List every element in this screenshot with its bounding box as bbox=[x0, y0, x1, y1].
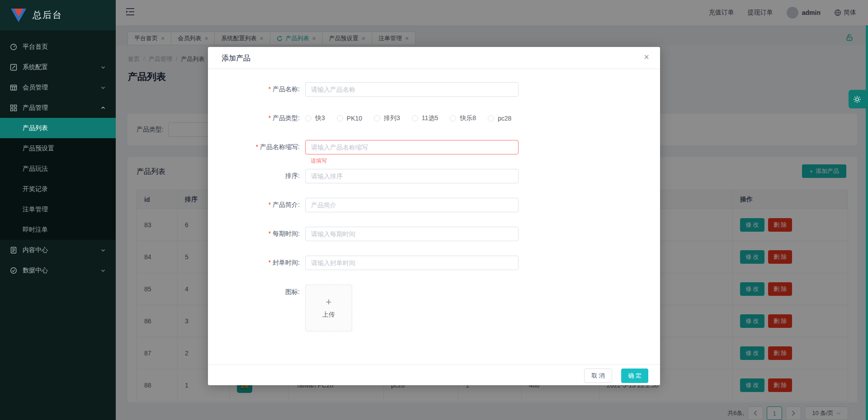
seal-time-input[interactable] bbox=[305, 256, 519, 270]
sidebar-subitem-label: 注单管理 bbox=[23, 205, 48, 214]
required-asterisk: * bbox=[269, 85, 271, 93]
sidebar-item-system-config[interactable]: 系统配置 bbox=[0, 57, 116, 77]
sidebar-subitem-product-list[interactable]: 产品列表 bbox=[0, 118, 116, 138]
field-label: 封单时间: bbox=[273, 259, 300, 266]
radio-circle bbox=[374, 115, 380, 121]
form-row-product-type: *产品类型: 快3 PK10 排列3 11选5 快乐8 pc28 bbox=[208, 111, 660, 126]
modal-header: 添加产品 × bbox=[208, 47, 660, 69]
sidebar-item-data-center[interactable]: 数据中心 bbox=[0, 260, 116, 280]
sidebar-item-products[interactable]: 产品管理 bbox=[0, 98, 116, 118]
products-submenu: 产品列表 产品预设置 产品玩法 开奖记录 注单管理 即时注单 bbox=[0, 118, 116, 240]
sidebar-item-members[interactable]: 会员管理 bbox=[0, 77, 116, 98]
product-name-input[interactable] bbox=[305, 82, 519, 97]
settings-drawer-edge bbox=[866, 25, 868, 420]
sidebar-subitem-realtime-bets[interactable]: 即时注单 bbox=[0, 219, 116, 240]
sidebar-subitem-label: 开奖记录 bbox=[23, 185, 48, 193]
sidebar-item-label: 会员管理 bbox=[23, 84, 100, 92]
radio-circle bbox=[305, 115, 311, 121]
confirm-button[interactable]: 确 定 bbox=[621, 369, 648, 383]
sidebar-subitem-product-play[interactable]: 产品玩法 bbox=[0, 159, 116, 179]
sidebar-subitem-label: 产品玩法 bbox=[23, 165, 48, 173]
chevron-down-icon bbox=[100, 85, 106, 90]
modal-footer: 取 消 确 定 bbox=[208, 364, 660, 385]
gauge-icon bbox=[10, 43, 17, 51]
radio-11xuan5[interactable]: 11选5 bbox=[412, 114, 438, 122]
sidebar-subitem-product-preset[interactable]: 产品预设置 bbox=[0, 138, 116, 159]
modal-title: 添加产品 bbox=[222, 54, 250, 63]
product-abbr-input[interactable] bbox=[305, 140, 519, 154]
radio-kuaile8[interactable]: 快乐8 bbox=[450, 114, 476, 122]
sidebar-item-content-center[interactable]: 内容中心 bbox=[0, 240, 116, 260]
validation-error: 请填写 bbox=[311, 157, 327, 165]
gear-icon bbox=[853, 95, 862, 104]
plus-icon: + bbox=[326, 297, 332, 307]
radio-pc28[interactable]: pc28 bbox=[488, 115, 511, 122]
form-row-product-intro: *产品简介: bbox=[208, 198, 660, 212]
sort-input[interactable] bbox=[305, 169, 519, 183]
edit-icon bbox=[10, 64, 17, 71]
sidebar-subitem-label: 产品预设置 bbox=[23, 145, 54, 153]
table-icon bbox=[10, 84, 17, 91]
form-row-seal-time: *封单时间: bbox=[208, 256, 660, 270]
field-label: 产品名称: bbox=[273, 85, 300, 93]
period-time-input[interactable] bbox=[305, 227, 519, 241]
sidebar-subitem-bet-management[interactable]: 注单管理 bbox=[0, 199, 116, 219]
upload-label: 上传 bbox=[322, 311, 335, 319]
required-asterisk: * bbox=[269, 230, 271, 237]
form-row-sort: 排序: bbox=[208, 169, 660, 183]
radio-pk10[interactable]: PK10 bbox=[337, 115, 362, 122]
sidebar-item-dashboard[interactable]: 平台首页 bbox=[0, 37, 116, 57]
sidebar-item-label: 系统配置 bbox=[23, 63, 100, 71]
radio-pailie3[interactable]: 排列3 bbox=[374, 114, 400, 122]
field-label: 排序: bbox=[285, 172, 300, 179]
required-asterisk: * bbox=[269, 259, 271, 266]
page: 总后台 平台首页 系统配置 会员管理 bbox=[0, 0, 868, 420]
settings-gear-button[interactable] bbox=[849, 90, 866, 108]
field-label: 产品类型: bbox=[273, 114, 300, 121]
modal-body: *产品名称: *产品类型: 快3 PK10 排列3 11选5 快乐8 pc28 … bbox=[208, 69, 660, 331]
field-label: 每期时间: bbox=[273, 230, 300, 237]
form-row-period-time: *每期时间: bbox=[208, 227, 660, 241]
radio-circle bbox=[412, 115, 418, 121]
sidebar-menu: 平台首页 系统配置 会员管理 产品管理 bbox=[0, 30, 116, 280]
sidebar-item-label: 数据中心 bbox=[23, 266, 100, 275]
field-label: 产品简介: bbox=[273, 201, 300, 208]
radio-circle bbox=[488, 115, 494, 121]
logo-area: 总后台 bbox=[0, 0, 116, 30]
form-row-icon-upload: 图标: + 上传 bbox=[208, 285, 660, 331]
required-asterisk: * bbox=[256, 143, 258, 150]
add-product-modal: 添加产品 × *产品名称: *产品类型: 快3 PK10 排列3 11选5 快乐… bbox=[208, 47, 660, 385]
field-label: 产品名称缩写: bbox=[260, 143, 300, 150]
required-asterisk: * bbox=[269, 114, 271, 121]
product-intro-input[interactable] bbox=[305, 198, 519, 212]
app-title: 总后台 bbox=[33, 9, 62, 21]
sidebar: 总后台 平台首页 系统配置 会员管理 bbox=[0, 0, 116, 420]
sidebar-subitem-label: 产品列表 bbox=[23, 124, 48, 132]
radio-kuai3[interactable]: 快3 bbox=[305, 114, 325, 122]
close-icon[interactable]: × bbox=[644, 52, 649, 61]
chevron-down-icon bbox=[100, 65, 106, 70]
grid-icon bbox=[10, 104, 17, 112]
icon-upload-box[interactable]: + 上传 bbox=[305, 285, 352, 331]
chevron-down-icon bbox=[100, 268, 106, 273]
cancel-button[interactable]: 取 消 bbox=[584, 369, 612, 383]
doc-icon bbox=[10, 247, 17, 254]
form-row-product-abbr: *产品名称缩写: 请填写 bbox=[208, 140, 660, 154]
app-logo-icon bbox=[11, 9, 26, 22]
sidebar-item-label: 平台首页 bbox=[23, 43, 106, 51]
chevron-up-icon bbox=[100, 105, 106, 111]
check-circle-icon bbox=[10, 267, 17, 274]
sidebar-item-label: 产品管理 bbox=[23, 104, 100, 112]
sidebar-subitem-label: 即时注单 bbox=[23, 226, 48, 234]
radio-circle bbox=[450, 115, 456, 121]
product-type-radio-group: 快3 PK10 排列3 11选5 快乐8 pc28 bbox=[305, 114, 511, 122]
required-asterisk: * bbox=[269, 201, 271, 208]
form-row-product-name: *产品名称: bbox=[208, 82, 660, 97]
chevron-down-icon bbox=[100, 247, 106, 253]
sidebar-subitem-lottery-records[interactable]: 开奖记录 bbox=[0, 179, 116, 199]
radio-circle bbox=[337, 115, 343, 121]
field-label: 图标: bbox=[285, 288, 300, 295]
sidebar-item-label: 内容中心 bbox=[23, 246, 100, 254]
